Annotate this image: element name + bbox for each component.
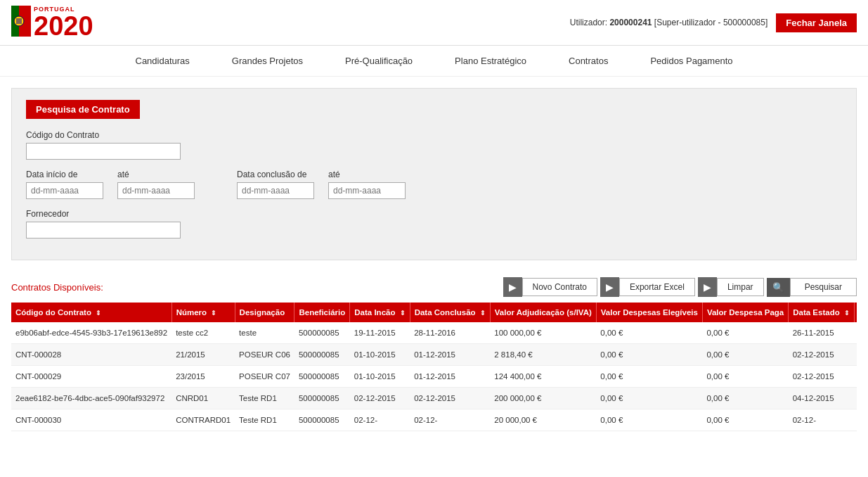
form-row-codigo: Código do Contrato	[26, 130, 842, 160]
data-inicio-input[interactable]	[26, 182, 103, 199]
table-cell: CONTRARD01	[171, 409, 235, 431]
fornecedor-input[interactable]	[26, 222, 181, 238]
col-beneficiario: Beneficiário	[294, 303, 350, 322]
novo-icon[interactable]: ▶	[503, 277, 522, 297]
table-cell: POSEUR C06	[235, 344, 294, 366]
col-data-estado[interactable]: Data Estado ⇕	[789, 303, 855, 322]
table-cell: 500000085	[294, 322, 350, 344]
table-cell: 02-12-	[789, 409, 855, 431]
search-title: Pesquisa de Contrato	[26, 100, 140, 119]
table-cell: 0,00 €	[596, 344, 702, 366]
novo-contrato-button[interactable]: Novo Contrato	[522, 278, 597, 296]
table-cell: 500000085	[294, 344, 350, 366]
fornecedor-label: Fornecedor	[26, 209, 181, 219]
data-conclusao-input[interactable]	[237, 182, 314, 199]
limpar-button[interactable]: Limpar	[717, 278, 764, 296]
table-cell: 124 400,00 €	[490, 366, 596, 388]
header: PORTUGAL 2020 Utilizador: 200000241 [Sup…	[0, 0, 868, 46]
table-cell: 2 818,40 €	[490, 344, 596, 366]
limpar-btn-group: ▶ Limpar	[698, 277, 764, 297]
table-cell: CNT-000028	[11, 344, 171, 366]
table-cell: 04-12-2015	[789, 388, 855, 409]
table-cell: 0,00 €	[596, 388, 702, 409]
table-cell: 02-12-	[410, 409, 490, 431]
table-cell: 02-12-2015	[410, 388, 490, 409]
table-row: CNT-00002923/2015POSEUR C0750000008501-1…	[11, 366, 857, 388]
table-cell: Em preenchimento	[854, 388, 857, 409]
col-codigo[interactable]: Código do Contrato ⇕	[11, 303, 171, 322]
table-cell: 01-10-2015	[350, 366, 410, 388]
table-cell: 0,00 €	[702, 366, 788, 388]
table-cell: Teste RD1	[235, 388, 294, 409]
data-conclusao-ate-label: até	[328, 170, 406, 179]
table-cell: 200 000,00 €	[490, 388, 596, 409]
table-cell: teste cc2	[171, 322, 235, 344]
nav-grandes-projetos[interactable]: Grandes Projetos	[232, 56, 303, 66]
table-cell: 02-12-2015	[789, 366, 855, 388]
table-cell: 02-12-2015	[789, 344, 855, 366]
contracts-table-container: Código do Contrato ⇕ Número ⇕ Designação…	[11, 303, 857, 431]
close-button[interactable]: Fechar Janela	[776, 13, 857, 32]
table-cell: 23/2015	[171, 366, 235, 388]
table-cell: 500000085	[294, 388, 350, 409]
search-icon[interactable]: 🔍	[767, 278, 790, 297]
table-cell: 500000085	[294, 366, 350, 388]
table-cell: Teste RD1	[235, 409, 294, 431]
table-cell: CNRD01	[171, 388, 235, 409]
data-conclusao-label: Data conclusão de	[237, 170, 314, 179]
data-inicio-ate-input[interactable]	[117, 182, 195, 199]
table-cell: e9b06abf-edce-4545-93b3-17e19613e892	[11, 322, 171, 344]
form-group-data-conclusao: Data conclusão de	[237, 170, 314, 199]
data-conclusao-ate-input[interactable]	[328, 182, 406, 199]
contracts-table: Código do Contrato ⇕ Número ⇕ Designação…	[11, 303, 857, 431]
col-valor-adjudicacao: Valor Adjudicação (s/IVA)	[490, 303, 596, 322]
table-cell: 100 000,00 €	[490, 322, 596, 344]
data-inicio-ate-label: até	[117, 170, 195, 179]
table-row: e9b06abf-edce-4545-93b3-17e19613e892test…	[11, 322, 857, 344]
form-group-data-conclusao-ate: até	[328, 170, 406, 199]
table-cell: 28-11-2016	[410, 322, 490, 344]
table-cell: 0,00 €	[702, 344, 788, 366]
codigo-label: Código do Contrato	[26, 130, 181, 140]
table-cell: CNT-000030	[11, 409, 171, 431]
table-cell: 0,00 €	[596, 366, 702, 388]
logo: PORTUGAL 2020	[11, 6, 99, 39]
pesquisar-btn-group: 🔍 Pesquisar	[767, 278, 857, 297]
table-cell: POSEUR C07	[235, 366, 294, 388]
nav-candidaturas[interactable]: Candidaturas	[136, 56, 190, 66]
table-cell: Submetido	[854, 409, 857, 431]
table-cell: 0,00 €	[702, 322, 788, 344]
col-data-conclusao[interactable]: Data Conclusão ⇕	[410, 303, 490, 322]
table-cell: Submetido	[854, 344, 857, 366]
codigo-input[interactable]	[26, 143, 181, 160]
form-group-data-inicio: Data início de	[26, 170, 103, 199]
table-cell: Submetido	[854, 366, 857, 388]
exportar-excel-button[interactable]: Exportar Excel	[619, 278, 695, 296]
table-header-row: Código do Contrato ⇕ Número ⇕ Designação…	[11, 303, 857, 322]
col-data-inicio[interactable]: Data Incão ⇕	[350, 303, 410, 322]
table-cell: 21/2015	[171, 344, 235, 366]
col-designacao: Designação	[235, 303, 294, 322]
table-row: CNT-00002821/2015POSEUR C0650000008501-1…	[11, 344, 857, 366]
table-cell: 0,00 €	[702, 409, 788, 431]
table-cell: 01-12-2015	[410, 366, 490, 388]
table-cell: 0,00 €	[702, 388, 788, 409]
nav-pedidos-pagamento[interactable]: Pedidos Pagamento	[650, 56, 732, 66]
nav-pre-qualificacao[interactable]: Pré-Qualificação	[345, 56, 413, 66]
table-cell: 02-12-	[350, 409, 410, 431]
pesquisar-button[interactable]: Pesquisar	[790, 278, 857, 296]
table-cell: 500000085	[294, 409, 350, 431]
nav-contratos[interactable]: Contratos	[569, 56, 608, 66]
exportar-icon[interactable]: ▶	[600, 277, 619, 297]
form-group-data-inicio-ate: até	[117, 170, 195, 199]
search-panel: Pesquisa de Contrato Código do Contrato …	[11, 88, 857, 260]
table-cell: 02-12-2015	[350, 388, 410, 409]
nav-plano-estrategico[interactable]: Plano Estratégico	[455, 56, 526, 66]
form-group-codigo: Código do Contrato	[26, 130, 181, 160]
col-valor-despesas: Valor Despesas Elegíveis	[596, 303, 702, 322]
table-cell: 2eae6182-be76-4dbc-ace5-090faf932972	[11, 388, 171, 409]
col-estado: Estado Contrato	[854, 303, 857, 322]
col-numero[interactable]: Número ⇕	[171, 303, 235, 322]
contratos-disponiveis-label: Contratos Disponíveis:	[11, 282, 103, 293]
limpar-icon[interactable]: ▶	[698, 277, 717, 297]
